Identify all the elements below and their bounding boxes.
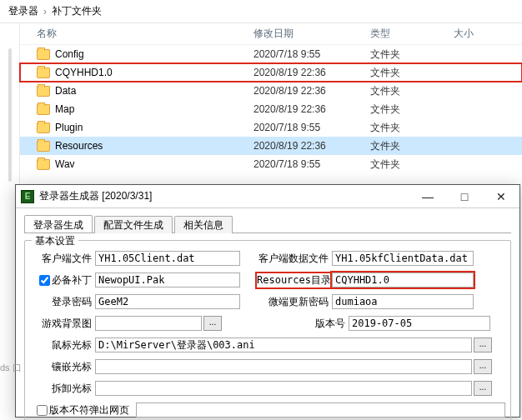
- input-unload-cursor[interactable]: [95, 381, 472, 396]
- label-embed-cursor: 镶嵌光标: [30, 360, 95, 374]
- label-cursor: 鼠标光标: [30, 338, 95, 352]
- input-embed-cursor[interactable]: [95, 359, 472, 374]
- file-type: 文件夹: [370, 158, 454, 172]
- file-name: Resources: [55, 140, 253, 152]
- col-size[interactable]: 大小: [454, 27, 504, 41]
- file-modified: 2020/7/18 9:55: [253, 158, 370, 170]
- breadcrumb-part: 登录器: [7, 4, 40, 18]
- checkbox-patch[interactable]: [39, 275, 50, 286]
- folder-icon: [37, 141, 50, 152]
- file-modified: 2020/8/19 22:36: [253, 67, 370, 78]
- input-version[interactable]: [349, 316, 490, 331]
- app-icon: E: [21, 190, 34, 203]
- file-row[interactable]: Resources2020/8/19 22:36文件夹: [20, 137, 522, 155]
- group-basic: 基本设置 客户端文件 客户端数据文件 必备补丁 Resources目录 登: [24, 240, 511, 420]
- left-bleed-text: ds 口: [0, 362, 22, 373]
- file-name: Map: [55, 103, 253, 115]
- group-legend: 基本设置: [32, 234, 78, 248]
- label-unload-cursor: 拆卸光标: [30, 382, 95, 396]
- file-type: 文件夹: [370, 48, 454, 62]
- titlebar[interactable]: E 登录器生成器 [2020/3/31] — □ ✕: [16, 185, 519, 208]
- browse-cursor-button[interactable]: ...: [474, 338, 492, 352]
- folder-icon: [37, 122, 50, 133]
- folder-icon: [37, 49, 50, 60]
- input-cursor[interactable]: [95, 338, 472, 352]
- file-modified: 2020/7/18 9:55: [253, 48, 370, 60]
- label-client-data-file: 客户端数据文件: [257, 252, 332, 266]
- file-type: 文件夹: [370, 139, 454, 153]
- tab-login-gen[interactable]: 登录器生成: [24, 215, 93, 232]
- generator-dialog: E 登录器生成器 [2020/3/31] — □ ✕ 登录器生成 配置文件生成 …: [15, 184, 520, 418]
- tab-about[interactable]: 相关信息: [174, 216, 233, 233]
- folder-icon: [37, 159, 50, 170]
- file-row[interactable]: Wav2020/7/18 9:55文件夹: [20, 155, 522, 173]
- file-name: Plugin: [55, 122, 253, 133]
- input-bg-img[interactable]: [95, 316, 202, 331]
- breadcrumb[interactable]: 登录器 › 补丁文件夹: [0, 0, 522, 23]
- file-explorer: 名称 修改日期 类型 大小 Config2020/7/18 9:55文件夹CQY…: [0, 23, 522, 195]
- breadcrumb-sep: ›: [40, 6, 50, 18]
- file-modified: 2020/8/19 22:36: [253, 85, 370, 97]
- maximize-button[interactable]: □: [446, 185, 483, 208]
- label-patch[interactable]: 必备补丁: [30, 273, 95, 288]
- browse-embed-button[interactable]: ...: [474, 359, 492, 374]
- file-type: 文件夹: [370, 121, 454, 135]
- input-popup[interactable]: [136, 402, 505, 418]
- file-modified: 2020/7/18 9:55: [253, 122, 370, 133]
- checkbox-popup[interactable]: [37, 405, 48, 416]
- browse-unload-button[interactable]: ...: [474, 381, 492, 396]
- file-row[interactable]: Config2020/7/18 9:55文件夹: [20, 45, 522, 63]
- folder-icon: [37, 104, 50, 115]
- label-update-pwd: 微端更新密码: [257, 295, 332, 309]
- file-modified: 2020/8/19 22:36: [253, 140, 370, 152]
- file-name: Config: [55, 48, 253, 60]
- col-name[interactable]: 名称: [37, 27, 253, 41]
- file-list-header: 名称 修改日期 类型 大小: [20, 23, 522, 45]
- file-type: 文件夹: [370, 66, 454, 80]
- file-type: 文件夹: [370, 84, 454, 98]
- label-version: 版本号: [274, 317, 349, 331]
- breadcrumb-part: 补丁文件夹: [50, 4, 103, 18]
- close-button[interactable]: ✕: [483, 185, 519, 208]
- label-popup[interactable]: 版本不符弹出网页: [37, 403, 133, 418]
- input-client-file[interactable]: [95, 251, 240, 266]
- input-login-pwd[interactable]: [95, 294, 240, 309]
- file-row[interactable]: CQYHHD1.02020/8/19 22:36文件夹: [20, 63, 522, 82]
- folder-icon: [37, 68, 50, 78]
- col-modified[interactable]: 修改日期: [253, 27, 370, 41]
- input-patch[interactable]: [95, 272, 240, 288]
- tree-scrollbar[interactable]: [8, 48, 12, 182]
- file-row[interactable]: Data2020/8/19 22:36文件夹: [20, 82, 522, 100]
- label-bg-img: 游戏背景图: [30, 317, 95, 331]
- folder-icon: [37, 86, 50, 97]
- file-modified: 2020/8/19 22:36: [253, 103, 370, 115]
- file-row[interactable]: Map2020/8/19 22:36文件夹: [20, 100, 522, 118]
- file-name: CQYHHD1.0: [55, 67, 253, 78]
- label-login-pwd: 登录密码: [30, 295, 95, 309]
- input-resources-dir[interactable]: [332, 272, 474, 288]
- input-update-pwd[interactable]: [332, 294, 474, 309]
- browse-bg-button[interactable]: ...: [203, 316, 222, 331]
- minimize-button[interactable]: —: [409, 185, 446, 208]
- input-client-data-file[interactable]: [332, 251, 474, 266]
- label-resources-dir: Resources目录: [257, 273, 332, 288]
- file-name: Wav: [55, 158, 253, 170]
- window-title: 登录器生成器 [2020/3/31]: [34, 189, 409, 203]
- tab-bar: 登录器生成 配置文件生成 相关信息: [24, 215, 511, 233]
- file-type: 文件夹: [370, 102, 454, 117]
- tab-config-gen[interactable]: 配置文件生成: [94, 216, 173, 233]
- label-client-file: 客户端文件: [30, 252, 95, 266]
- col-type[interactable]: 类型: [370, 27, 454, 41]
- file-row[interactable]: Plugin2020/7/18 9:55文件夹: [20, 118, 522, 137]
- tree-pane: [0, 23, 20, 195]
- file-name: Data: [55, 85, 253, 97]
